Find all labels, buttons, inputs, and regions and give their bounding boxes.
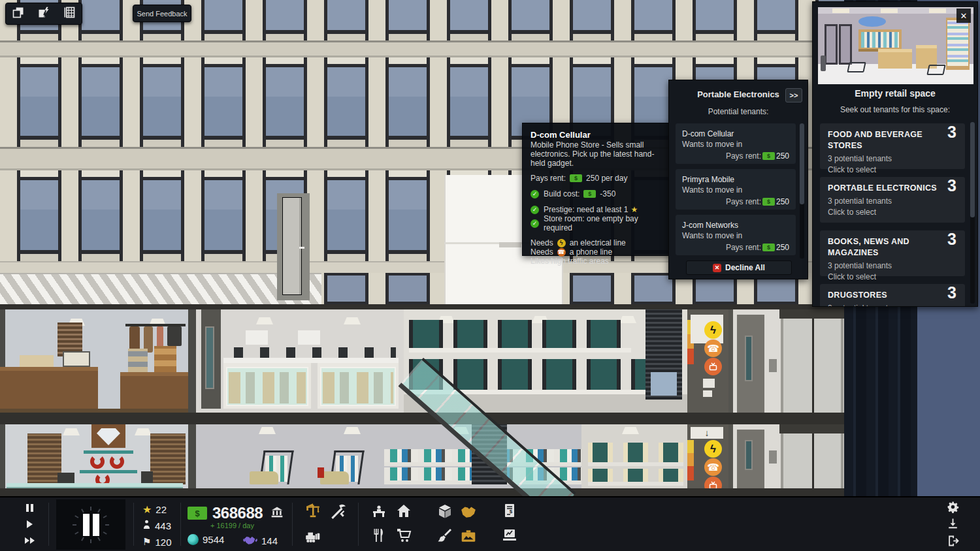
layers-view-icon[interactable]: [12, 6, 25, 22]
category-card-books[interactable]: BOOKS, NEWS AND MAGAZINES 3 3 potential …: [820, 230, 965, 276]
electrical-line-icon[interactable]: ϟ: [704, 440, 722, 458]
daily-income: + 16199 / day: [210, 522, 254, 529]
check-icon: ✓: [531, 206, 539, 214]
expand-panel-button[interactable]: >>: [785, 88, 802, 102]
facade-window-row: [0, 0, 844, 40]
tooltip-title: D-com Cellular: [531, 130, 591, 140]
floor-slab: [0, 488, 844, 496]
tenant-category-panel: Portable Electronics >> Potential tenant…: [668, 80, 808, 279]
check-icon: ✓: [531, 190, 539, 198]
view-toolbar: [5, 3, 82, 25]
construction-tool-icon[interactable]: [304, 502, 321, 519]
contracts-icon[interactable]: $: [502, 503, 517, 518]
person-icon: [142, 520, 151, 531]
category-card-electronics[interactable]: PORTABLE ELECTRONICS 3 3 potential tenan…: [820, 177, 965, 223]
residential-zone-icon[interactable]: [396, 503, 412, 519]
influence-icon: [188, 534, 199, 545]
save-download-icon[interactable]: [947, 518, 959, 530]
money-icon: $: [762, 244, 775, 251]
star-icon: ★: [630, 205, 638, 214]
check-icon: ✓: [531, 219, 539, 228]
deals-icon[interactable]: [460, 503, 477, 520]
ground-floor-door[interactable]: [277, 193, 310, 300]
population-stat: 443: [142, 520, 171, 531]
phone-icon: ☎: [557, 248, 566, 257]
tenant-panel-subtitle: Potential tenants:: [669, 107, 808, 116]
influence-stat: 9544: [188, 534, 224, 545]
prestige-stat: ★ 22: [142, 503, 167, 516]
category-card-drugstores[interactable]: DRUGSTORES 3 3 potential tenants Click t…: [820, 284, 965, 307]
game-root: ↓ ϟ ☎: [0, 0, 980, 551]
store-jewelry[interactable]: [0, 424, 188, 488]
store-divider-wall: [188, 309, 196, 413]
utilities-view-icon[interactable]: [37, 6, 50, 22]
category-list-scrollbar[interactable]: [970, 122, 975, 304]
tenant-tooltip: D-com Cellular Mobile Phone Store - Sell…: [522, 123, 673, 256]
office-zone-icon[interactable]: [371, 503, 387, 519]
retail-floor-2: ↓ ϟ ☎: [0, 424, 844, 488]
cable-tv-icon[interactable]: [704, 358, 722, 375]
money-icon: $: [570, 174, 582, 182]
category-card-food[interactable]: FOOD AND BEVERAGE STORES 3 3 potential t…: [820, 123, 965, 169]
exit-icon[interactable]: [947, 535, 959, 547]
floor-slab: [0, 413, 844, 424]
fast-forward-button[interactable]: [22, 535, 37, 546]
money-icon: $: [762, 152, 775, 160]
floors-view-icon[interactable]: [63, 6, 76, 22]
portfolio-icon[interactable]: [460, 527, 477, 544]
settings-gear-icon[interactable]: [947, 501, 959, 513]
svg-text:$: $: [510, 509, 513, 514]
retail-panel-subtitle: Seek out tenants for this space:: [813, 105, 977, 114]
units-stat: ⚑ 120: [142, 536, 171, 548]
reports-icon[interactable]: [502, 527, 517, 543]
pavement: [0, 273, 321, 304]
phone-line-icon[interactable]: ☎: [704, 458, 722, 476]
cable-tv-icon[interactable]: [704, 477, 722, 488]
bottom-hud-bar: ★ 22 443 ⚑ 120 $ 368688 + 16199 / day 95…: [0, 496, 980, 551]
money-icon: $: [188, 507, 207, 520]
money-icon: $: [583, 190, 596, 198]
electrical-line-icon[interactable]: ϟ: [704, 321, 722, 339]
store-leather-goods[interactable]: [0, 309, 188, 413]
pause-button[interactable]: [22, 503, 37, 513]
bulldozer-tool-icon[interactable]: [304, 527, 321, 544]
retail-panel-title: Empty retail space: [813, 88, 977, 99]
bank-icon[interactable]: [270, 505, 284, 521]
tenant-list-scrollbar[interactable]: [800, 123, 804, 259]
play-button[interactable]: [22, 519, 37, 529]
game-clock[interactable]: [56, 499, 125, 550]
retail-icon[interactable]: [396, 527, 412, 543]
decorate-icon[interactable]: [436, 527, 452, 543]
jewelry-sign: [91, 424, 125, 448]
close-panel-button[interactable]: ✕: [956, 8, 971, 23]
floor-slab: [0, 304, 844, 309]
handshake-icon: [243, 534, 257, 547]
tenant-offer-card[interactable]: Primyra Mobile Wants to move in Pays ren…: [676, 169, 796, 210]
store-divider-wall: [188, 424, 196, 488]
down-arrow-sign: ↓: [691, 427, 723, 439]
utility-shaft: ↓ ϟ ☎: [687, 309, 728, 413]
restaurants-icon[interactable]: [371, 527, 387, 543]
retail-space-illustration: [818, 7, 973, 84]
decline-all-button[interactable]: ✕ Decline All: [686, 260, 792, 275]
facade-slab: [0, 40, 844, 57]
utility-shaft: ↓ ϟ ☎: [687, 424, 728, 488]
electrical-icon: ϟ: [557, 239, 566, 247]
elevator-floor-1[interactable]: [728, 309, 844, 413]
flag-icon: ⚑: [142, 536, 151, 548]
elevator-floor-2[interactable]: [728, 424, 844, 488]
store-computers[interactable]: [581, 424, 687, 488]
balance-display: $ 368688: [188, 504, 284, 522]
goods-icon[interactable]: [437, 503, 453, 519]
utilities-tool-icon[interactable]: [329, 503, 346, 520]
tenant-offer-card[interactable]: J-com Networks Wants to move in Pays ren…: [676, 215, 796, 255]
star-icon: ★: [142, 503, 152, 516]
phone-line-icon[interactable]: ☎: [704, 339, 722, 357]
favors-stat: 144: [243, 534, 278, 547]
tooltip-likes: Likes high traffic areas: [531, 257, 664, 266]
tenant-offer-card[interactable]: D-com Cellular Wants to move in Pays ren…: [676, 123, 796, 164]
tooltip-description: Mobile Phone Store - Sells small electro…: [531, 140, 664, 168]
empty-retail-panel: ✕ Empty retail space Seek out tenants fo…: [812, 1, 978, 307]
store-cameras[interactable]: [196, 309, 404, 413]
send-feedback-button[interactable]: Send Feedback: [133, 5, 191, 22]
